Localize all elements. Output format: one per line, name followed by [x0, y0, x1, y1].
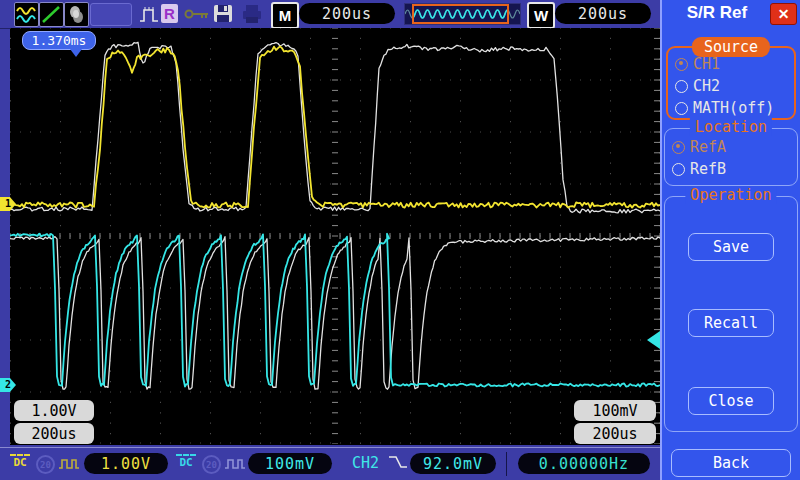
source-option-ch1[interactable]: CH1	[675, 55, 720, 73]
ch2-coupling-icon: DC	[174, 454, 198, 468]
delay-readout-tag: 1.370ms	[22, 31, 96, 50]
status-bar: DC 20 1.00V DC 20 100mV CH2 92.0mV 0.000…	[0, 447, 660, 480]
channel-waveforms-button[interactable]	[14, 2, 39, 27]
radio-selected-icon	[672, 141, 685, 154]
ref-scale-volts-left: 1.00V	[14, 400, 94, 421]
radio-selected-icon	[675, 58, 688, 71]
ch1-scale-readout: 1.00V	[84, 453, 168, 474]
oscilloscope-screen: R M 200us W 200us	[0, 0, 800, 480]
save-floppy-icon[interactable]	[212, 3, 234, 24]
main-timebase-readout: 200us	[299, 3, 395, 24]
record-indicator: R	[161, 4, 178, 23]
back-button[interactable]: Back	[671, 449, 791, 477]
trigger-source-label: CH2	[352, 454, 379, 472]
ref-scale-time-right: 200us	[574, 423, 656, 444]
location-option-refb[interactable]: RefB	[672, 160, 726, 178]
radio-icon	[672, 163, 685, 176]
menu-sidebar: S/R Ref ✕ Source CH1 CH2 MATH(off) Locat…	[660, 0, 800, 480]
snapshot-button[interactable]	[64, 2, 89, 27]
source-option-math[interactable]: MATH(off)	[675, 99, 774, 117]
ref-scale-time-left: 200us	[14, 423, 94, 444]
graticule-and-traces	[10, 28, 660, 444]
trigger-level-marker[interactable]	[647, 331, 660, 349]
ch1-coupling-icon: DC	[8, 454, 32, 468]
slope-button[interactable]	[39, 2, 64, 27]
waveform-display	[10, 28, 660, 445]
falling-edge-icon	[388, 455, 408, 470]
close-menu-button[interactable]: Close	[688, 387, 774, 415]
trigger-level-readout: 92.0mV	[410, 453, 496, 474]
close-button[interactable]: ✕	[770, 3, 797, 25]
snapshot-icon	[65, 3, 88, 26]
source-group: Source CH1 CH2 MATH(off)	[666, 46, 796, 120]
statusbar-divider	[506, 452, 507, 476]
channel-waveforms-icon	[15, 3, 38, 26]
location-group: Location RefA RefB	[664, 128, 798, 186]
save-button[interactable]: Save	[688, 233, 774, 261]
radio-icon	[675, 80, 688, 93]
location-group-label: Location	[690, 118, 772, 136]
operation-group-label: Operation	[685, 186, 776, 204]
key-lock-icon	[184, 6, 211, 22]
trace-refa	[10, 42, 660, 213]
trace-ch1	[10, 46, 660, 207]
print-icon	[240, 4, 264, 24]
ch1-squarewave-icon	[58, 458, 80, 470]
ch2-scale-readout: 100mV	[248, 453, 332, 474]
ch1-bandwidth-icon: 20	[36, 455, 55, 474]
radio-icon	[675, 102, 688, 115]
source-option-ch2[interactable]: CH2	[675, 77, 720, 95]
zoom-window-thumbnail[interactable]	[404, 3, 521, 25]
blank-button[interactable]	[90, 3, 132, 26]
top-toolbar: R M 200us W 200us	[0, 0, 660, 29]
trace-refb	[10, 237, 660, 390]
recall-button[interactable]: Recall	[688, 309, 774, 337]
location-option-refa[interactable]: RefA	[672, 138, 726, 156]
close-x-icon: ✕	[778, 6, 790, 22]
thumbnail-dim-waveform	[405, 10, 520, 18]
pulse-step-icon	[138, 3, 160, 25]
menu-title: S/R Ref	[662, 2, 772, 24]
window-timebase-readout: 200us	[555, 3, 651, 24]
ch2-squarewave-icon	[224, 458, 246, 470]
ref-scale-volts-right: 100mV	[574, 400, 656, 421]
operation-group: Operation Save Recall Close	[664, 196, 798, 432]
ch2-bandwidth-icon: 20	[202, 455, 221, 474]
source-group-label: Source	[692, 37, 770, 57]
thumbnail-bright-waveform	[405, 10, 520, 18]
slope-line-icon	[40, 3, 63, 26]
delay-marker-icon	[70, 49, 82, 57]
trigger-frequency-readout: 0.00000Hz	[518, 453, 650, 474]
window-timebase-badge: W	[527, 2, 555, 29]
main-timebase-badge: M	[271, 2, 299, 29]
